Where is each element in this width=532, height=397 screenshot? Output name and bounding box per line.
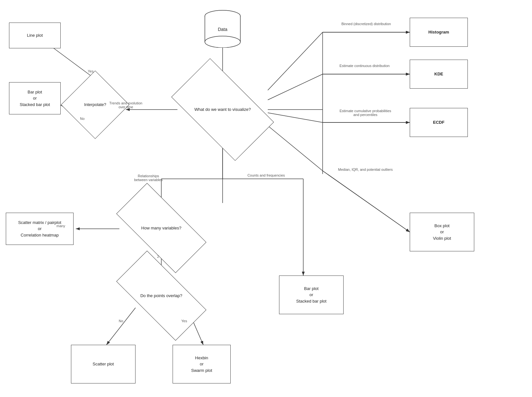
scatter-plot-box: Scatter plot bbox=[71, 345, 136, 383]
overlap-label: Do the points overlap? bbox=[140, 293, 182, 299]
kde-label: KDE bbox=[434, 71, 443, 77]
interpolate-label: Interpolate? bbox=[84, 102, 106, 108]
svg-line-23 bbox=[268, 32, 323, 110]
svg-line-21 bbox=[268, 126, 323, 171]
scatter-plot-label: Scatter plot bbox=[93, 361, 114, 367]
median-label: Median, IQR, and potential outliers bbox=[324, 168, 407, 171]
line-plot-label: Line plot bbox=[27, 32, 43, 39]
svg-point-34 bbox=[205, 36, 240, 48]
box-plot-label: Box plotorViolin plot bbox=[433, 223, 451, 242]
overlap-diamond: Do the points overlap? bbox=[119, 274, 203, 317]
many-label: many bbox=[56, 224, 65, 228]
bar-plot-2-label: Bar plotorStacked bar plot bbox=[296, 286, 326, 305]
bar-plot-2-box: Bar plotorStacked bar plot bbox=[279, 276, 344, 314]
how-many-label: How many variables? bbox=[141, 225, 181, 231]
scatter-matrix-box: Scatter matrix / pairplotorCorrelation h… bbox=[6, 213, 74, 245]
svg-line-15 bbox=[268, 32, 323, 90]
line-plot-box: Line plot bbox=[9, 23, 61, 48]
counts-label: Counts and frequencies bbox=[245, 173, 287, 177]
svg-line-29 bbox=[323, 171, 410, 232]
data-node: Data bbox=[200, 9, 245, 48]
bar-plot-1-label: Bar plotorStacked bar plot bbox=[20, 89, 50, 108]
what-visualize-diamond: What do we want to visualize? bbox=[177, 82, 268, 137]
histogram-label: Histogram bbox=[428, 29, 449, 35]
scatter-matrix-label: Scatter matrix / pairplotorCorrelation h… bbox=[18, 219, 61, 238]
svg-line-19 bbox=[268, 113, 323, 122]
estimate-cont-label: Estimate continuous distribution bbox=[324, 64, 405, 68]
ecdf-label: ECDF bbox=[433, 119, 444, 126]
how-many-diamond: How many variables? bbox=[119, 206, 203, 250]
relationships-label: Relationshipsbetween variables bbox=[127, 174, 169, 182]
svg-line-17 bbox=[268, 74, 323, 100]
svg-text:Data: Data bbox=[218, 27, 227, 32]
no-label: No bbox=[80, 117, 85, 121]
hexbin-label: HexbinorSwarm plot bbox=[191, 355, 212, 374]
what-visualize-label: What do we want to visualize? bbox=[195, 106, 251, 113]
estimate-cum-label: Estimate cumulative probabilitiesand per… bbox=[324, 109, 407, 117]
yes-label: Yes bbox=[88, 69, 94, 73]
ecdf-box: ECDF bbox=[410, 108, 468, 137]
flowchart: Data Interpolate? What do we want to vis… bbox=[0, 0, 532, 397]
trends-label: Trends and evolution over time bbox=[106, 101, 145, 109]
binned-label: Binned (discretized) distribution bbox=[324, 22, 408, 26]
yes-overlap-label: Yes bbox=[181, 319, 187, 323]
bar-plot-1-box: Bar plotorStacked bar plot bbox=[9, 82, 61, 114]
box-plot-box: Box plotorViolin plot bbox=[410, 213, 474, 251]
histogram-box: Histogram bbox=[410, 18, 468, 47]
hexbin-box: HexbinorSwarm plot bbox=[173, 345, 231, 383]
svg-line-22 bbox=[323, 171, 410, 232]
kde-box: KDE bbox=[410, 60, 468, 89]
no-overlap-label: No bbox=[119, 319, 123, 323]
two-label: 2 bbox=[157, 255, 159, 258]
